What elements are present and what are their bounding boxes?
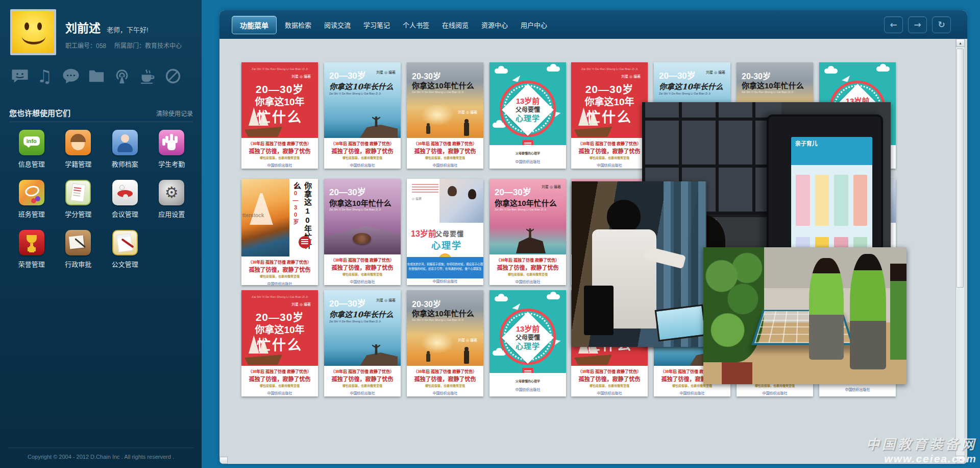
bd2: 孤独了彷徨，寂静了忧伤 (324, 147, 401, 155)
publisher: 中国纺织出版社 (654, 390, 730, 395)
bd2: 孤独了彷徨，寂静了忧伤 (489, 263, 566, 271)
publisher: 中国纺织出版社 (407, 162, 483, 168)
tab-function-menu[interactable]: 功能菜单 (232, 16, 277, 34)
tab-3[interactable]: 学习笔记 (363, 20, 390, 30)
folder-icon[interactable] (88, 67, 105, 85)
h-t2: 你拿这10年忙什么 (495, 197, 557, 208)
tab-5[interactable]: 在线阅览 (442, 20, 469, 30)
clear-history-link[interactable]: 清除使用记录 (156, 109, 193, 118)
tab-7[interactable]: 用户中心 (521, 20, 547, 30)
d-cloud (824, 68, 838, 74)
back-button[interactable] (884, 16, 903, 33)
coffee-icon[interactable] (139, 67, 156, 85)
bd2: 孤独了彷徨，寂静了忧伤 (324, 375, 401, 383)
cover-bottom-band: （30年后 孤独了彷徨 寂静了忧伤）孤独了彷徨，寂静了忧伤哪怕是假装，也要用微笑… (241, 256, 318, 285)
book-cover-d[interactable]: 13岁前父母要懂心理学父母要懂的心理学中国纺织出版社 (489, 290, 566, 396)
kiosk-man-photo[interactable] (572, 181, 706, 347)
app-credit[interactable]: 学分管理 (55, 180, 102, 219)
book-cover-c[interactable]: 20-30岁你拿这10年忙什么Zai Shi Yi De Ren Sheng L… (407, 290, 483, 396)
message-icon[interactable] (11, 67, 29, 85)
copyright: Copyright © 2004 - 2012 D.Chain Inc . Al… (0, 454, 202, 460)
a-author: 刘星 ◎ 编著 (621, 74, 641, 79)
book-cover-a[interactable]: Zai Shi Yi De Ren Sheng Li Gai Bian Zi J… (241, 290, 318, 396)
publisher: 中国纺织出版社 (407, 278, 483, 284)
scroll-up-arrow[interactable] (956, 39, 965, 47)
app-class-icon (19, 180, 44, 205)
app-credit-icon (65, 180, 91, 205)
app-teacher[interactable]: 教师档案 (102, 130, 149, 169)
divider (8, 448, 194, 448)
app-grid: 信息管理学籍管理教师档案学生考勤班务管理学分管理会议管理应用设置荣誉管理行政审批… (8, 130, 195, 269)
app-doc[interactable]: 公文管理 (102, 230, 149, 269)
app-attend-icon (159, 130, 184, 155)
publisher: 中国纺织出版社 (489, 279, 566, 284)
department: 所属部门：教育技术中心 (114, 41, 182, 50)
app-meeting[interactable]: 会议管理 (102, 180, 149, 219)
refresh-button[interactable] (932, 16, 951, 33)
cover-bottom-band: （30年后 孤独了彷徨 寂静了忧伤）孤独了彷徨，寂静了忧伤哪怕是假装，也要用微笑… (324, 366, 401, 396)
app-settings-icon (159, 180, 184, 205)
h-author: 刘星 ◎ 编著 (542, 184, 561, 189)
c-author: 刘星 ◎ 编著 (458, 109, 477, 114)
app-student-icon (65, 130, 91, 155)
book-cover-a[interactable]: Zai Shi Yi De Ren Sheng Li Gai Bian Zi J… (571, 62, 648, 169)
app-label: 信息管理 (18, 159, 45, 169)
app-label: 会议管理 (112, 209, 138, 219)
bd1: （30年后 孤独了彷徨 寂静了忧伤） (571, 141, 648, 146)
book-cover-f[interactable]: 20—30岁你拿这10年忙什么Zai Shi Yi De Ren Sheng L… (324, 179, 401, 285)
tab-4[interactable]: 个人书签 (403, 20, 429, 30)
block-icon[interactable] (164, 67, 182, 85)
bd1: （30年后 孤独了彷徨 寂静了忧伤） (489, 257, 566, 263)
book-cover-b[interactable]: 20—30岁你拿这10年长什么Zai Shi Yi De Ren Sheng L… (324, 62, 401, 169)
app-student[interactable]: 学籍管理 (55, 130, 102, 169)
user-avatar[interactable] (10, 9, 56, 55)
tab-1[interactable]: 数据检索 (285, 20, 311, 30)
bd1: （30年后 孤独了彷徨 寂静了忧伤） (324, 368, 401, 374)
book-cover-g[interactable]: ◎ 编著13岁前父母要懂心理学在成长的岁月，别躲孩子烦恼；在唠叨的时候，顺应孩子… (407, 179, 483, 285)
bd3: 哪怕是假装，也要用微笑坚强 (324, 383, 401, 388)
app-attend[interactable]: 学生考勤 (149, 130, 195, 169)
scrollbar-thumb[interactable] (957, 49, 964, 288)
book-cover-h[interactable]: 20—30岁你拿这10年忙什么Zai Shi Yi De Ren Sheng L… (489, 179, 566, 285)
c-glow (421, 332, 454, 354)
forward-button[interactable] (908, 16, 927, 33)
app-approve[interactable]: 行政审批 (55, 230, 102, 269)
c-t2: 你拿这10年忙什么 (742, 80, 804, 90)
publisher: 中国纺织出版社 (407, 390, 483, 395)
touch-table-photo[interactable] (703, 247, 906, 384)
rope-coil (353, 233, 371, 244)
app-settings[interactable]: 应用设置 (149, 180, 195, 219)
book-cover-c[interactable]: 20-30岁你拿这10年忙什么Zai Shi Yi De Ren Sheng L… (407, 62, 483, 169)
publisher: 中国纺织出版社 (241, 390, 318, 395)
app-label: 教师档案 (112, 159, 138, 169)
f-t1: 20—30岁 (329, 185, 366, 198)
cover-bottom-band: 父母要懂的心理学中国纺织出版社 (489, 145, 566, 169)
tab-2[interactable]: 阅读交流 (324, 20, 351, 30)
g-t2: 父母要懂 (435, 228, 464, 238)
horizontal-scrollbar-stub[interactable] (219, 457, 228, 464)
scroll-down-arrow[interactable] (956, 456, 965, 464)
book-cover-a[interactable]: Zai Shi Yi De Ren Sheng Li Gai Bian Zi J… (241, 62, 318, 169)
book-cover-b[interactable]: 20—30岁你拿这10年长什么Zai Shi Yi De Ren Sheng L… (324, 290, 401, 396)
tab-6[interactable]: 资源中心 (481, 20, 508, 30)
person-green-shirt (850, 254, 887, 369)
app-honor[interactable]: 荣誉管理 (8, 230, 55, 269)
g-t1: 13岁前 (411, 227, 436, 239)
app-info[interactable]: 信息管理 (8, 130, 55, 169)
figure-silhouette (426, 354, 430, 362)
person-green-shirt (809, 258, 844, 359)
bd2: 孤独了彷徨，寂静了忧伤 (407, 147, 483, 155)
d-t3: 心理学 (489, 112, 566, 123)
b-author: 刘星 ◎ 编著 (376, 297, 396, 302)
bd3: 哪怕是假装，也要用微笑坚强 (324, 155, 401, 160)
music-icon[interactable]: ♫ (37, 67, 54, 85)
book-cover-d[interactable]: 13岁前父母要懂心理学父母要懂的心理学中国纺织出版社 (489, 62, 566, 169)
cover-bottom-band: （30年后 孤独了彷徨 寂静了忧伤）孤独了彷徨，寂静了忧伤哪怕是假装，也要用微笑… (571, 366, 648, 396)
book-cover-e[interactable]: tterstock20—30岁你拿这10年忙什么（30年后 孤独了彷徨 寂静了忧… (241, 179, 318, 285)
h-rock (516, 237, 546, 253)
chat-icon[interactable] (62, 67, 80, 85)
app-class[interactable]: 班务管理 (8, 180, 55, 219)
vertical-scrollbar[interactable] (955, 39, 964, 464)
broadcast-icon[interactable] (113, 67, 131, 85)
bd1: （30年后 孤独了彷徨 寂静了忧伤） (407, 368, 483, 374)
